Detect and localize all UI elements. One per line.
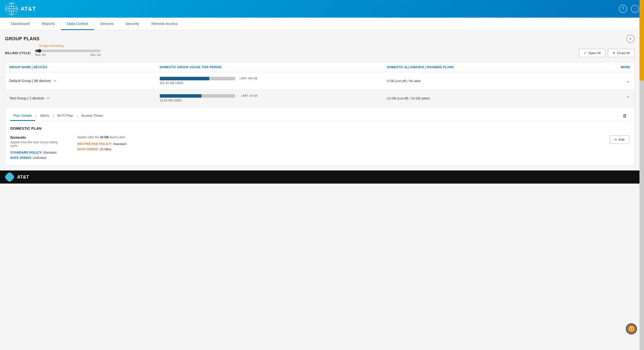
group-name-label: Test Group | 2 devices [9,96,44,100]
nav-reports[interactable]: Reports [35,18,61,30]
nav-bar: Dashboard Reports Data Control Devices S… [0,18,644,30]
usage-fill [160,77,209,80]
usage-limit: LIMIT: 490 GB [240,77,257,80]
data-speed-field: DATA SPEED: Unlimited [10,156,62,160]
usage-label: 321.41 GB USED [160,81,379,85]
plan-col-header: Domestic [10,135,62,139]
domestic-plan-title: DOMESTIC PLAN [10,126,629,130]
usage-bar-wrap: LIMIT: 24 GB [160,94,379,98]
tab-plan-details[interactable]: Plan Details [10,111,35,121]
usage-limit: LIMIT: 24 GB [241,94,257,97]
close-all-button[interactable]: ✕ Close All [608,49,634,57]
header-icons: ? 👤 [619,5,639,13]
alert-bold: 10 GB [100,135,109,139]
expand-icon[interactable]: ⌄ [626,78,630,83]
alert-text-after: device alert [110,135,125,139]
nav-data-control[interactable]: Data Control [61,18,94,30]
expand-chevron-cell: ⌄ [587,72,634,90]
brand-name: AT&T [21,6,36,12]
tab-separator: | [76,114,78,118]
plan-col-sub: Applies from the start of your billing c… [10,141,62,148]
scrollbar[interactable] [639,0,644,184]
allowance-cell: 5 GB (cut-off) / No alert [383,72,587,90]
header: AT&T ? 👤 [0,0,644,18]
tab-access-times[interactable]: Access Times [78,111,106,121]
table-header-row: GROUP NAME | DEVICES DOMESTIC GROUP USAG… [5,62,634,72]
page-title: GROUP PLANS [5,36,39,42]
expand-chevron-cell: ⌃ [587,90,634,107]
logo-area: AT&T [5,2,45,15]
plan-columns: Domestic Applies from the start of your … [10,135,129,161]
usage-cell: LIMIT: 490 GB 321.41 GB USED [156,72,383,90]
add-group-button[interactable]: + [626,35,634,43]
tab-separator: | [52,114,54,118]
col-usage: DOMESTIC GROUP USAGE THIS PERIOD [156,62,383,72]
plan-detail-row: Plan Details | Alerts | Wi-Fi Plan | Acc… [5,107,634,165]
billing-left: BILLING CYCLE: 29 days remaining Nov 1st… [5,50,101,57]
standard-policy-field: STANDARD POLICY: Standard [10,151,62,154]
billing-cycle-label: BILLING CYCLE: [5,51,31,55]
billing-start-date: Nov 1st [35,53,46,57]
restricted-data-speed-value: 20 Mb/s [100,147,111,151]
billing-dates: Nov 1st Dec 1st [35,53,101,57]
edit-plan-button[interactable]: ✏ Edit [610,135,629,144]
restricted-policy-field: RESTRICTED POLICY: Standard [77,142,129,146]
help-icon[interactable]: ? [619,5,627,13]
user-account-icon[interactable]: 👤 [631,5,639,13]
usage-label: 13.33 GB USED [160,99,379,102]
billing-dot [38,49,41,53]
footer-logo-icon [5,172,14,182]
standard-policy-label: STANDARD POLICY: [10,151,42,154]
open-all-button[interactable]: ✓ Open All [579,49,605,57]
open-all-label: Open All [588,51,600,55]
plan-left-col: Domestic Applies from the start of your … [10,135,62,161]
group-plans-table: GROUP NAME | DEVICES DOMESTIC GROUP USAG… [5,62,634,165]
restricted-data-speed-field: DATA SPEED: 20 Mb/s [77,147,129,151]
col-allowance: DOMESTIC ALLOWANCE | ROAMING PLANS [383,62,587,72]
close-all-label: Close All [617,51,630,55]
edit-plan-label: Edit [619,138,624,142]
col-group-name: GROUP NAME | DEVICES [5,62,156,72]
usage-track: LIMIT: 490 GB [160,77,235,80]
tab-wifi-plan[interactable]: Wi-Fi Plan [54,111,76,121]
usage-bar-wrap: LIMIT: 490 GB [160,77,379,80]
nav-remote-access[interactable]: Remote Access [145,18,184,30]
scroll-thumb[interactable] [639,0,644,81]
footer-brand: AT&T [17,174,29,180]
plan-right-col: Applies after the 10 GB device alert RES… [77,135,129,161]
billing-bar-wrap: 29 days remaining Nov 1st Dec 1st [35,50,101,57]
close-all-icon: ✕ [613,51,615,55]
footer: AT&T [0,170,639,184]
standard-policy-value: Standard [43,151,57,154]
restricted-policy-value: Standard [113,142,127,146]
plan-tabs: Plan Details | Alerts | Wi-Fi Plan | Acc… [10,111,629,121]
delete-plan-button[interactable]: 🗑 [621,112,629,120]
tab-separator: | [35,114,37,118]
plan-detail-td: Plan Details | Alerts | Wi-Fi Plan | Acc… [5,107,634,165]
edit-group-icon[interactable]: ✏ [54,79,57,83]
tab-alerts[interactable]: Alerts [37,111,52,121]
billing-track [35,50,101,52]
usage-track: LIMIT: 24 GB [160,94,235,98]
table-row: Default Group | 98 devices ✏ LIMIT: 490 … [5,72,634,90]
edit-pencil-icon: ✏ [615,138,617,142]
nav-devices[interactable]: Devices [94,18,119,30]
col-more: MORE [587,62,634,72]
nav-dashboard[interactable]: Dashboard [5,18,35,30]
data-speed-value: Unlimited [33,156,46,160]
section-header: GROUP PLANS + [5,30,634,46]
restricted-policy-label: RESTRICTED POLICY: [77,142,112,146]
plan-detail-container: Plan Details | Alerts | Wi-Fi Plan | Acc… [5,107,634,165]
billing-cycle-row: BILLING CYCLE: 29 days remaining Nov 1st… [5,46,634,62]
billing-days-remaining: 29 days remaining [39,44,63,48]
usage-fill [160,94,202,98]
allowance-cell: 12 GB (cut-off) / 10 GB (alert) [383,90,587,107]
collapse-icon[interactable]: ⌃ [626,96,630,101]
edit-group-icon[interactable]: ✏ [47,96,50,100]
nav-security[interactable]: Security [120,18,145,30]
group-name-cell: Default Group | 98 devices ✏ [5,72,156,90]
alert-text-before: Applies after the [77,135,99,139]
restricted-data-speed-label: DATA SPEED: [77,147,99,151]
usage-cell: LIMIT: 24 GB 13.33 GB USED [156,90,383,107]
att-logo-icon [5,2,18,15]
